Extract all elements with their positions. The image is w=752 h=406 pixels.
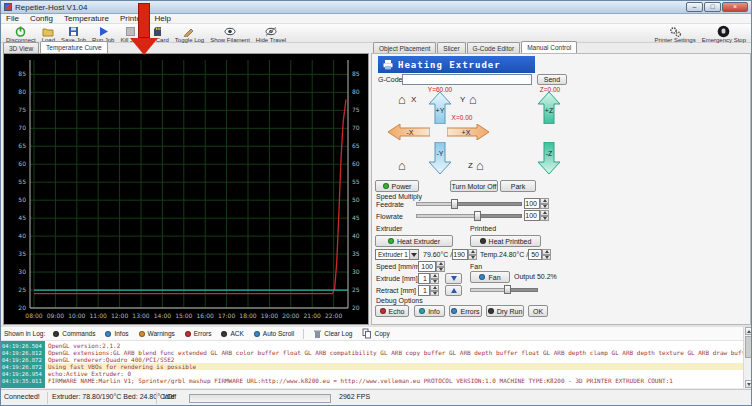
menu-config[interactable]: Config <box>30 14 53 23</box>
debug-errors-button[interactable]: Errors <box>449 305 482 317</box>
slider-thumb[interactable] <box>451 199 458 209</box>
scroll-thumb[interactable] <box>745 336 752 358</box>
minimize-button[interactable]: – <box>686 2 703 12</box>
svg-text:65: 65 <box>18 142 26 149</box>
flowrate-slider[interactable] <box>416 211 522 221</box>
arrow-down-icon: -Y <box>429 142 451 174</box>
bed-temp-label: Temp. <box>480 251 499 258</box>
emergency-stop-button[interactable]: Emergency Stop <box>699 25 749 42</box>
maximize-button[interactable]: □ <box>704 2 721 12</box>
play-icon <box>98 26 109 37</box>
motor-off-button[interactable]: Turn Motor Off <box>450 180 498 192</box>
debug-echo-button[interactable]: Echo <box>375 305 409 317</box>
tab-3d-view[interactable]: 3D View <box>3 42 39 53</box>
jog-plus-y-button[interactable]: +Y <box>429 92 451 124</box>
kill-job-button[interactable]: Kill Job <box>117 25 142 42</box>
debug-dry-run-button[interactable]: Dry Run <box>486 305 524 317</box>
power-button[interactable]: Power <box>375 180 419 192</box>
menu-help[interactable]: Help <box>155 14 171 23</box>
jog-minus-z-button[interactable]: -Z <box>538 142 560 174</box>
close-button[interactable]: × <box>722 2 748 12</box>
svg-text:85: 85 <box>18 70 26 77</box>
sd-card-button[interactable]: SD Card <box>143 25 172 42</box>
park-button[interactable]: Park <box>500 180 536 192</box>
clear-log-button[interactable]: Clear Log <box>309 328 356 340</box>
copy-button[interactable]: Copy <box>358 328 393 340</box>
extruder-speed-spinner[interactable] <box>436 261 445 272</box>
scroll-up-icon[interactable] <box>745 327 752 335</box>
extrude-spinner[interactable] <box>430 273 439 284</box>
retract-button[interactable] <box>445 285 462 296</box>
extruder-selector[interactable]: Extruder 1 <box>375 249 419 260</box>
jog-minus-x-button[interactable]: -X <box>388 124 430 140</box>
retract-value[interactable]: 1 <box>418 285 430 296</box>
heat-extruder-button[interactable]: Heat Extruder <box>375 235 453 247</box>
menu-printer[interactable]: Printer <box>120 14 144 23</box>
fan-slider[interactable] <box>470 285 538 294</box>
filter-ack-button[interactable]: ACK <box>217 328 247 340</box>
svg-text:09:00: 09:00 <box>47 312 64 319</box>
debug-info-button[interactable]: Info <box>414 305 445 317</box>
slider-thumb[interactable] <box>504 285 511 294</box>
ok-button[interactable]: OK <box>528 305 548 317</box>
bed-target-spinner[interactable] <box>542 249 551 260</box>
extruder-target-value[interactable]: 190 <box>452 249 468 260</box>
tab-gcode-editor[interactable]: G-Code Editor <box>467 42 521 53</box>
slider-thumb[interactable] <box>474 211 481 221</box>
save-job-button[interactable]: Save Job <box>58 25 89 42</box>
jog-plus-x-button[interactable]: +X <box>447 124 489 140</box>
home-x-button[interactable]: ⌂ <box>398 94 406 106</box>
home-y-button[interactable]: ⌂ <box>469 94 477 106</box>
tab-temperature-curve[interactable]: Temperature Curve <box>40 41 108 53</box>
filter-commands-button[interactable]: Commands <box>49 328 99 340</box>
svg-text:20: 20 <box>352 304 360 311</box>
home-z-button[interactable]: ⌂ <box>476 160 484 172</box>
bed-target-value[interactable]: 50 <box>528 249 542 260</box>
svg-text:35: 35 <box>18 250 26 257</box>
extruder-target-spinner[interactable] <box>468 249 477 260</box>
log-scrollbar[interactable] <box>743 327 752 388</box>
send-button[interactable]: Send <box>537 74 567 85</box>
load-button[interactable]: Load <box>39 25 58 42</box>
filter-errors-button[interactable]: Errors <box>181 328 216 340</box>
menu-temperature[interactable]: Temperature <box>64 14 109 23</box>
log-row: 04:19:26.872Using fast VBOs for renderin… <box>1 363 743 370</box>
svg-text:55: 55 <box>18 178 26 185</box>
tab-object-placement[interactable]: Object Placement <box>373 42 436 53</box>
feedrate-slider[interactable] <box>416 199 522 209</box>
printer-settings-button[interactable]: Printer Settings <box>652 25 699 42</box>
auto-scroll-button[interactable]: Auto Scroll <box>250 328 298 340</box>
filter-warnings-button[interactable]: Warnings <box>135 328 179 340</box>
svg-text:10:00: 10:00 <box>68 312 85 319</box>
extruder-current-temp: 79.60°C / <box>423 251 452 258</box>
tab-manual-control[interactable]: Manual Control <box>521 41 577 53</box>
hide-travel-button[interactable]: Hide Travel <box>253 25 289 42</box>
flowrate-spinner[interactable] <box>540 210 549 221</box>
gcode-input[interactable] <box>402 74 532 85</box>
jog-plus-z-button[interactable]: +Z <box>538 92 560 124</box>
extruder-speed-value[interactable]: 100 <box>418 261 436 272</box>
menu-file[interactable]: File <box>6 14 19 23</box>
show-filament-button[interactable]: Show Filament <box>207 25 253 42</box>
run-job-button[interactable]: Run Job <box>89 25 117 42</box>
tab-slicer[interactable]: Slicer <box>437 42 465 53</box>
flowrate-value[interactable]: 100 <box>524 210 540 221</box>
fan-button[interactable]: Fan <box>470 271 510 283</box>
disconnect-button[interactable]: Disconnect <box>3 25 39 42</box>
home-icon: ⌂ <box>398 158 406 173</box>
filter-infos-button[interactable]: Infos <box>101 328 132 340</box>
svg-text:80: 80 <box>352 88 360 95</box>
fan-title: Fan <box>470 263 482 270</box>
feedrate-value[interactable]: 100 <box>524 198 540 209</box>
heat-printbed-led-icon <box>480 238 486 244</box>
home-all-button[interactable]: ⌂ <box>398 160 406 172</box>
heat-printbed-button[interactable]: Heat Printbed <box>470 235 541 247</box>
home-icon: ⌂ <box>476 158 484 173</box>
jog-minus-y-button[interactable]: -Y <box>429 142 451 174</box>
feedrate-spinner[interactable] <box>540 198 549 209</box>
scroll-down-icon[interactable] <box>745 380 752 388</box>
extrude-value[interactable]: 1 <box>418 273 430 284</box>
extrude-button[interactable] <box>445 273 462 284</box>
retract-spinner[interactable] <box>430 285 439 296</box>
toggle-log-button[interactable]: Toggle Log <box>172 25 207 42</box>
